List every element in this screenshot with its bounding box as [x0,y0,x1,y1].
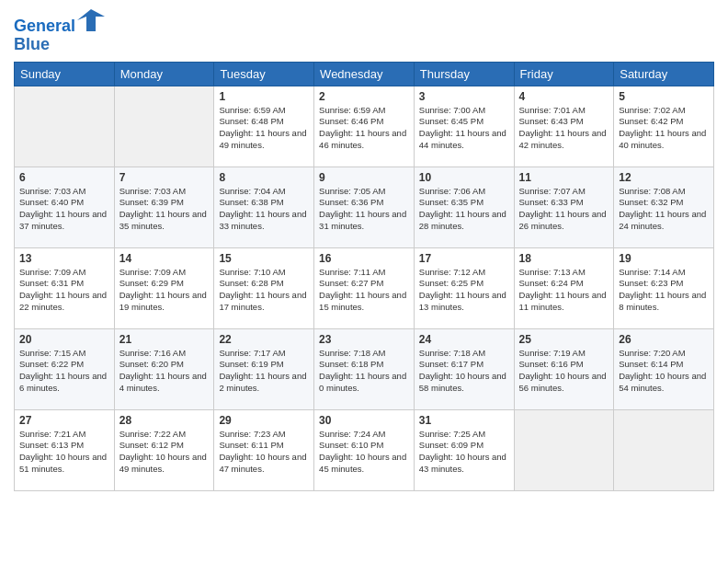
day-cell: 28Sunrise: 7:22 AM Sunset: 6:12 PM Dayli… [114,409,214,490]
day-number: 26 [619,333,709,346]
day-cell: 19Sunrise: 7:14 AM Sunset: 6:23 PM Dayli… [614,247,714,328]
week-row-4: 20Sunrise: 7:15 AM Sunset: 6:22 PM Dayli… [15,328,714,409]
day-info: Sunrise: 7:11 AM Sunset: 6:27 PM Dayligh… [319,267,409,314]
day-number: 18 [519,252,609,265]
day-info: Sunrise: 7:01 AM Sunset: 6:43 PM Dayligh… [519,105,609,152]
day-number: 24 [419,333,509,346]
day-number: 10 [419,171,509,184]
day-info: Sunrise: 7:13 AM Sunset: 6:24 PM Dayligh… [519,267,609,314]
day-cell: 4Sunrise: 7:01 AM Sunset: 6:43 PM Daylig… [514,86,614,167]
day-cell: 6Sunrise: 7:03 AM Sunset: 6:40 PM Daylig… [15,167,115,247]
day-number: 5 [619,90,709,103]
day-number: 31 [419,414,509,427]
day-info: Sunrise: 7:19 AM Sunset: 6:16 PM Dayligh… [519,348,609,395]
week-row-1: 1Sunrise: 6:59 AM Sunset: 6:48 PM Daylig… [15,86,714,167]
day-info: Sunrise: 7:14 AM Sunset: 6:23 PM Dayligh… [619,267,709,314]
day-cell [514,409,614,490]
day-number: 8 [219,171,309,184]
day-number: 20 [19,333,109,346]
day-number: 30 [319,414,409,427]
day-info: Sunrise: 7:15 AM Sunset: 6:22 PM Dayligh… [19,348,109,395]
day-info: Sunrise: 7:25 AM Sunset: 6:09 PM Dayligh… [419,429,509,476]
day-cell: 30Sunrise: 7:24 AM Sunset: 6:10 PM Dayli… [314,409,415,490]
day-cell: 15Sunrise: 7:10 AM Sunset: 6:28 PM Dayli… [214,247,314,328]
day-number: 17 [419,252,509,265]
logo-general: General [14,17,75,35]
day-cell: 16Sunrise: 7:11 AM Sunset: 6:27 PM Dayli… [314,247,415,328]
day-cell: 11Sunrise: 7:07 AM Sunset: 6:33 PM Dayli… [514,167,614,247]
day-cell [114,86,214,167]
day-number: 9 [319,171,409,184]
day-cell: 20Sunrise: 7:15 AM Sunset: 6:22 PM Dayli… [15,328,115,409]
day-info: Sunrise: 6:59 AM Sunset: 6:46 PM Dayligh… [319,105,409,152]
day-cell: 13Sunrise: 7:09 AM Sunset: 6:31 PM Dayli… [15,247,115,328]
day-number: 1 [219,90,309,103]
day-cell: 12Sunrise: 7:08 AM Sunset: 6:32 PM Dayli… [614,167,714,247]
week-row-5: 27Sunrise: 7:21 AM Sunset: 6:13 PM Dayli… [15,409,714,490]
weekday-tuesday: Tuesday [214,62,314,86]
day-number: 3 [419,90,509,103]
day-number: 4 [519,90,609,103]
day-cell: 7Sunrise: 7:03 AM Sunset: 6:39 PM Daylig… [114,167,214,247]
day-number: 28 [119,414,210,427]
day-info: Sunrise: 7:03 AM Sunset: 6:39 PM Dayligh… [119,186,210,233]
logo: General Blue [14,9,105,54]
day-number: 7 [119,171,210,184]
day-cell: 18Sunrise: 7:13 AM Sunset: 6:24 PM Dayli… [514,247,614,328]
day-cell: 3Sunrise: 7:00 AM Sunset: 6:45 PM Daylig… [414,86,514,167]
day-info: Sunrise: 7:12 AM Sunset: 6:25 PM Dayligh… [419,267,509,314]
day-number: 2 [319,90,409,103]
day-info: Sunrise: 7:24 AM Sunset: 6:10 PM Dayligh… [319,429,409,476]
logo-blue: Blue [14,35,50,53]
day-cell [614,409,714,490]
weekday-friday: Friday [514,62,614,86]
day-info: Sunrise: 7:17 AM Sunset: 6:19 PM Dayligh… [219,348,309,395]
day-number: 27 [19,414,109,427]
day-cell: 14Sunrise: 7:09 AM Sunset: 6:29 PM Dayli… [114,247,214,328]
day-cell: 31Sunrise: 7:25 AM Sunset: 6:09 PM Dayli… [414,409,514,490]
day-number: 14 [119,252,210,265]
day-cell: 17Sunrise: 7:12 AM Sunset: 6:25 PM Dayli… [414,247,514,328]
day-cell: 21Sunrise: 7:16 AM Sunset: 6:20 PM Dayli… [114,328,214,409]
day-number: 12 [619,171,709,184]
day-info: Sunrise: 7:08 AM Sunset: 6:32 PM Dayligh… [619,186,709,233]
day-cell: 26Sunrise: 7:20 AM Sunset: 6:14 PM Dayli… [614,328,714,409]
day-info: Sunrise: 6:59 AM Sunset: 6:48 PM Dayligh… [219,105,309,152]
day-info: Sunrise: 7:05 AM Sunset: 6:36 PM Dayligh… [319,186,409,233]
day-cell: 2Sunrise: 6:59 AM Sunset: 6:46 PM Daylig… [314,86,415,167]
day-number: 25 [519,333,609,346]
weekday-sunday: Sunday [15,62,115,86]
calendar-container: General Blue SundayMondayTuesdayWednesda… [0,0,728,563]
day-number: 23 [319,333,409,346]
svg-marker-0 [77,9,105,31]
day-info: Sunrise: 7:21 AM Sunset: 6:13 PM Dayligh… [19,429,109,476]
week-row-3: 13Sunrise: 7:09 AM Sunset: 6:31 PM Dayli… [15,247,714,328]
day-number: 13 [19,252,109,265]
week-row-2: 6Sunrise: 7:03 AM Sunset: 6:40 PM Daylig… [15,167,714,247]
weekday-monday: Monday [114,62,214,86]
weekday-thursday: Thursday [414,62,514,86]
day-info: Sunrise: 7:03 AM Sunset: 6:40 PM Dayligh… [19,186,109,233]
day-info: Sunrise: 7:00 AM Sunset: 6:45 PM Dayligh… [419,105,509,152]
day-number: 15 [219,252,309,265]
day-cell [15,86,115,167]
day-number: 22 [219,333,309,346]
day-info: Sunrise: 7:18 AM Sunset: 6:18 PM Dayligh… [319,348,409,395]
header: General Blue [14,9,714,54]
day-cell: 24Sunrise: 7:18 AM Sunset: 6:17 PM Dayli… [414,328,514,409]
logo-bird-icon [77,9,105,31]
day-info: Sunrise: 7:09 AM Sunset: 6:29 PM Dayligh… [119,267,210,314]
day-info: Sunrise: 7:10 AM Sunset: 6:28 PM Dayligh… [219,267,309,314]
day-info: Sunrise: 7:09 AM Sunset: 6:31 PM Dayligh… [19,267,109,314]
day-cell: 22Sunrise: 7:17 AM Sunset: 6:19 PM Dayli… [214,328,314,409]
day-info: Sunrise: 7:04 AM Sunset: 6:38 PM Dayligh… [219,186,309,233]
day-info: Sunrise: 7:06 AM Sunset: 6:35 PM Dayligh… [419,186,509,233]
day-info: Sunrise: 7:02 AM Sunset: 6:42 PM Dayligh… [619,105,709,152]
day-cell: 29Sunrise: 7:23 AM Sunset: 6:11 PM Dayli… [214,409,314,490]
weekday-header-row: SundayMondayTuesdayWednesdayThursdayFrid… [15,62,714,86]
day-number: 6 [19,171,109,184]
day-info: Sunrise: 7:07 AM Sunset: 6:33 PM Dayligh… [519,186,609,233]
calendar-table: SundayMondayTuesdayWednesdayThursdayFrid… [14,62,714,491]
day-cell: 8Sunrise: 7:04 AM Sunset: 6:38 PM Daylig… [214,167,314,247]
day-number: 21 [119,333,210,346]
